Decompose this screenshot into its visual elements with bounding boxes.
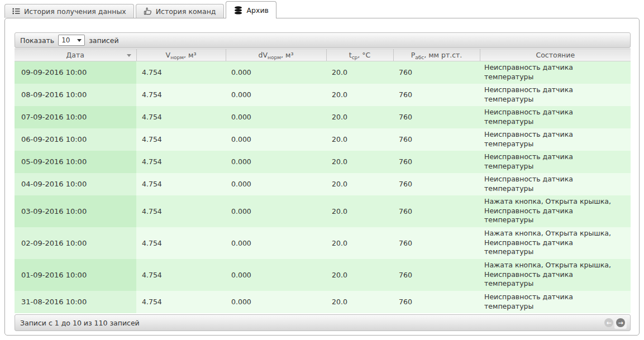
cell-vnorm: 4.754 [136,106,226,128]
column-header-tavg[interactable]: tср, °C [326,49,393,61]
header-subscript: ср [352,55,358,60]
cell-pabs: 760 [393,195,480,227]
cell-dvnorm: 0.000 [226,128,326,151]
table-header-row: Дата Vнорм, м³ dVнорм, м³ tср, °C Pабс, … [15,49,631,61]
header-subscript: норм [170,55,184,60]
tab-label: Архив [247,6,269,15]
cell-tavg: 20.0 [326,84,393,106]
column-header-date[interactable]: Дата [15,49,136,61]
cell-tavg: 20.0 [326,151,393,173]
table-row: 31-08-2016 10:004.7540.00020.0760Неиспра… [15,291,631,313]
header-subscript: норм [268,55,281,60]
cell-date: 07-09-2016 10:00 [15,106,136,128]
cell-pabs: 760 [393,259,480,291]
pagination: ← → [604,317,627,329]
cell-status: Неисправность датчика температуры [480,61,631,84]
prev-page-button[interactable]: ← [604,318,613,327]
cell-vnorm: 4.754 [136,173,226,195]
table-row: 09-09-2016 10:004.7540.00020.0760Неиспра… [15,61,631,84]
header-text: Состояние [536,51,575,59]
cell-date: 06-09-2016 10:00 [15,128,136,151]
cell-dvnorm: 0.000 [226,259,326,291]
column-header-status[interactable]: Состояние [480,49,631,61]
page-size-select[interactable]: 10 [58,35,85,46]
column-header-dvnorm[interactable]: dVнорм, м³ [226,49,326,61]
ordered-list-icon [12,7,20,15]
table-row: 04-09-2016 10:004.7540.00020.0760Неиспра… [15,173,631,195]
tab-command-history[interactable]: История команд [136,4,224,18]
next-page-button-frame: → [614,317,627,329]
header-text: t [349,51,352,59]
header-text: , м³ [184,51,196,59]
table-row: 02-09-2016 10:004.7540.00020.0760Нажата … [15,227,631,259]
cell-dvnorm: 0.000 [226,106,326,128]
cell-status: Неисправность датчика температуры [480,291,631,313]
cell-status: Неисправность датчика температуры [480,151,631,173]
header-text: dV [259,51,268,59]
records-info: Записи с 1 до 10 из 110 записей [20,319,140,327]
cell-dvnorm: 0.000 [226,291,326,313]
cell-vnorm: 4.754 [136,84,226,106]
cell-vnorm: 4.754 [136,259,226,291]
table-row: 01-09-2016 10:004.7540.00020.0760Нажата … [15,259,631,291]
cell-status: Нажата кнопка, Открыта крышка, Неисправн… [480,227,631,259]
table-info-bar: Записи с 1 до 10 из 110 записей ← → [15,314,631,331]
cell-dvnorm: 0.000 [226,84,326,106]
cell-status: Неисправность датчика температуры [480,173,631,195]
cell-tavg: 20.0 [326,227,393,259]
cell-vnorm: 4.754 [136,151,226,173]
cell-pabs: 760 [393,291,480,313]
hand-pointer-icon [144,7,152,15]
tab-bar: История получения данных История команд … [4,1,278,18]
tab-archive[interactable]: Архив [226,1,276,18]
table-row: 03-09-2016 10:004.7540.00020.0760Нажата … [15,195,631,227]
cell-date: 09-09-2016 10:00 [15,61,136,84]
tab-label: История получения данных [24,7,126,16]
cell-pabs: 760 [393,106,480,128]
table-length-toolbar: Показать 10 записей [15,32,631,48]
cell-status: Нажата кнопка, Открыта крышка, Неисправн… [480,259,631,291]
cell-status: Неисправность датчика температуры [480,106,631,128]
archive-page: История получения данных История команд … [0,0,644,340]
cell-date: 01-09-2016 10:00 [15,259,136,291]
cell-pabs: 760 [393,84,480,106]
cell-pabs: 760 [393,128,480,151]
cell-tavg: 20.0 [326,61,393,84]
cell-tavg: 20.0 [326,195,393,227]
cell-tavg: 20.0 [326,173,393,195]
cell-date: 02-09-2016 10:00 [15,227,136,259]
sort-desc-icon [127,54,131,57]
cell-date: 31-08-2016 10:00 [15,291,136,313]
header-text: , мм рт.ст. [424,51,462,59]
tab-data-history[interactable]: История получения данных [4,4,134,18]
cell-vnorm: 4.754 [136,128,226,151]
table-row: 05-09-2016 10:004.7540.00020.0760Неиспра… [15,151,631,173]
cell-vnorm: 4.754 [136,61,226,84]
cell-pabs: 760 [393,173,480,195]
cell-vnorm: 4.754 [136,195,226,227]
column-header-vnorm[interactable]: Vнорм, м³ [136,49,226,61]
arrow-right-icon: → [618,320,623,326]
cell-date: 04-09-2016 10:00 [15,173,136,195]
cell-pabs: 760 [393,151,480,173]
cell-dvnorm: 0.000 [226,173,326,195]
archive-panel: Показать 10 записей Дата Vнорм, м³ [4,18,640,336]
table-row: 08-09-2016 10:004.7540.00020.0760Неиспра… [15,84,631,106]
chevron-down-icon [77,39,82,42]
cell-pabs: 760 [393,227,480,259]
cell-vnorm: 4.754 [136,291,226,313]
cell-tavg: 20.0 [326,128,393,151]
header-text: V [166,51,171,59]
header-text: , °C [357,51,370,59]
cell-dvnorm: 0.000 [226,61,326,84]
arrow-left-icon: ← [606,320,611,326]
cell-date: 05-09-2016 10:00 [15,151,136,173]
cell-vnorm: 4.754 [136,227,226,259]
next-page-button[interactable]: → [616,318,625,327]
cell-date: 08-09-2016 10:00 [15,84,136,106]
header-text: , м³ [281,51,293,59]
cell-status: Неисправность датчика температуры [480,128,631,151]
table-row: 06-09-2016 10:004.7540.00020.0760Неиспра… [15,128,631,151]
column-header-pabs[interactable]: Pабс, мм рт.ст. [393,49,480,61]
header-text: Дата [66,51,84,59]
